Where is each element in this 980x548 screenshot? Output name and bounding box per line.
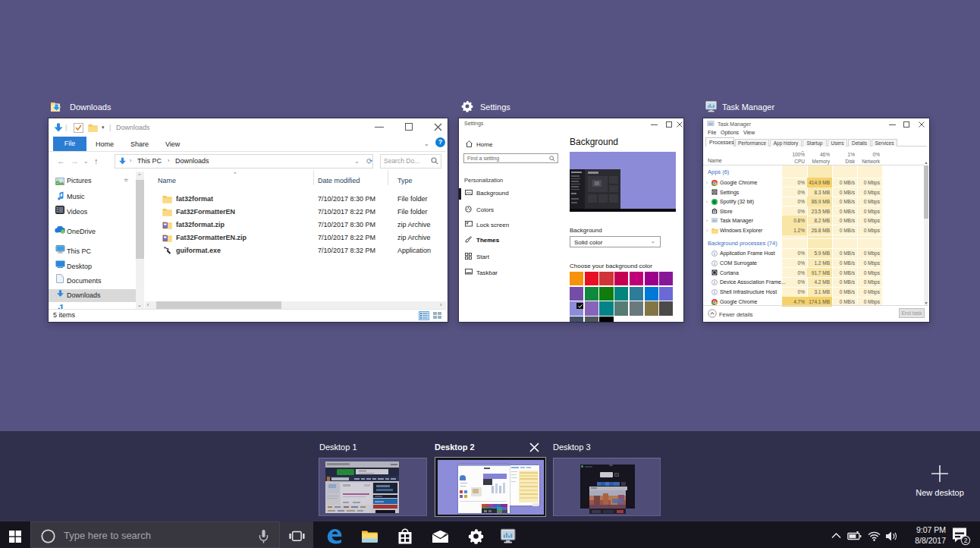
svg-text:2: 2 [964, 537, 968, 544]
